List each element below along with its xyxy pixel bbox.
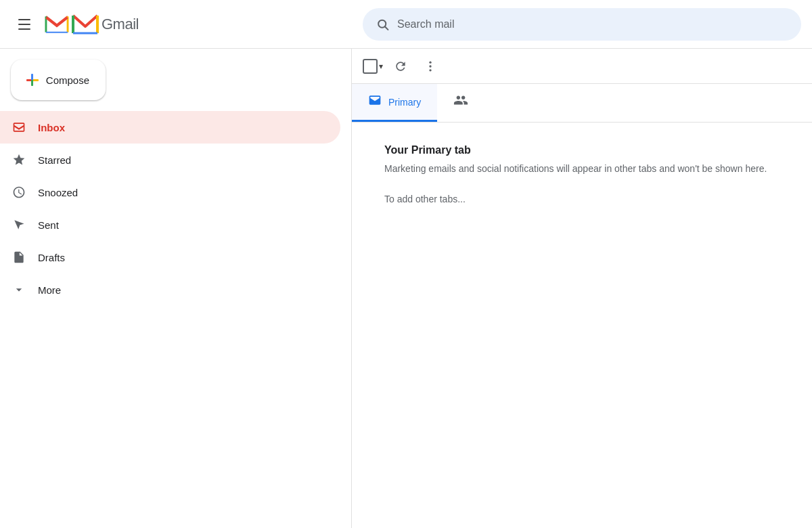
sidebar-item-drafts[interactable]: Drafts xyxy=(0,241,340,273)
primary-info-text: Marketing emails and social notification… xyxy=(384,162,780,176)
inbox-label: Inbox xyxy=(38,122,65,133)
more-options-button[interactable] xyxy=(418,54,443,79)
more-label: More xyxy=(38,284,61,296)
svg-point-4 xyxy=(429,69,431,71)
compose-label: Compose xyxy=(46,74,89,86)
toolbar: ▾ xyxy=(352,49,812,84)
compose-plus-icon xyxy=(27,72,38,88)
hamburger-line-3 xyxy=(18,28,30,30)
send-icon xyxy=(11,217,27,233)
header: Gmail xyxy=(0,0,812,49)
select-all-checkbox[interactable] xyxy=(363,59,378,74)
inbox-tabs: Primary xyxy=(352,84,812,123)
sidebar-item-sent[interactable]: Sent xyxy=(0,208,340,241)
inbox-content: Your Primary tab Marketing emails and so… xyxy=(352,123,812,528)
sidebar-item-starred[interactable]: Starred xyxy=(0,144,340,176)
content-area: ▾ xyxy=(352,49,812,528)
app-name: Gmail xyxy=(102,16,139,33)
primary-info: Your Primary tab Marketing emails and so… xyxy=(384,144,780,176)
refresh-icon xyxy=(394,60,407,73)
hamburger-line-2 xyxy=(18,24,30,25)
search-icon xyxy=(376,18,389,31)
primary-tab-icon xyxy=(368,93,382,110)
svg-line-1 xyxy=(385,26,388,29)
tab-social[interactable] xyxy=(437,84,484,122)
snoozed-label: Snoozed xyxy=(38,187,78,198)
gmail-m-icon xyxy=(45,15,69,34)
menu-button[interactable] xyxy=(11,11,38,38)
header-left: Gmail xyxy=(11,11,363,38)
sidebar-item-more[interactable]: More xyxy=(0,273,340,306)
sidebar-item-snoozed[interactable]: Snoozed xyxy=(0,176,340,208)
more-vert-icon xyxy=(424,60,437,73)
sidebar: Compose Inbox Starred xyxy=(0,49,352,528)
select-all-control[interactable]: ▾ xyxy=(363,59,383,74)
main: Compose Inbox Starred xyxy=(0,49,812,528)
drafts-label: Drafts xyxy=(38,252,65,263)
sent-label: Sent xyxy=(38,219,59,231)
tab-primary-label: Primary xyxy=(388,97,421,108)
compose-button[interactable]: Compose xyxy=(11,60,106,100)
search-input[interactable] xyxy=(397,18,788,30)
tab-primary[interactable]: Primary xyxy=(352,84,437,122)
add-tabs-info: To add other tabs... xyxy=(384,192,780,206)
svg-point-3 xyxy=(429,65,431,67)
social-tab-icon xyxy=(453,93,468,111)
chevron-down-icon xyxy=(11,282,27,298)
inbox-icon xyxy=(11,119,27,135)
sidebar-item-inbox[interactable]: Inbox xyxy=(0,111,340,144)
svg-point-2 xyxy=(429,61,431,63)
gmail-logo: Gmail xyxy=(45,14,139,35)
draft-icon xyxy=(11,249,27,265)
gmail-logo-svg xyxy=(72,14,99,35)
refresh-button[interactable] xyxy=(388,54,413,79)
primary-info-title: Your Primary tab xyxy=(384,144,780,156)
add-tabs-text: To add other tabs... xyxy=(384,192,780,206)
star-icon xyxy=(11,152,27,168)
select-dropdown-arrow[interactable]: ▾ xyxy=(379,62,383,71)
clock-icon xyxy=(11,184,27,200)
starred-label: Starred xyxy=(38,154,71,166)
search-bar[interactable] xyxy=(363,8,801,41)
hamburger-line-1 xyxy=(18,19,30,20)
